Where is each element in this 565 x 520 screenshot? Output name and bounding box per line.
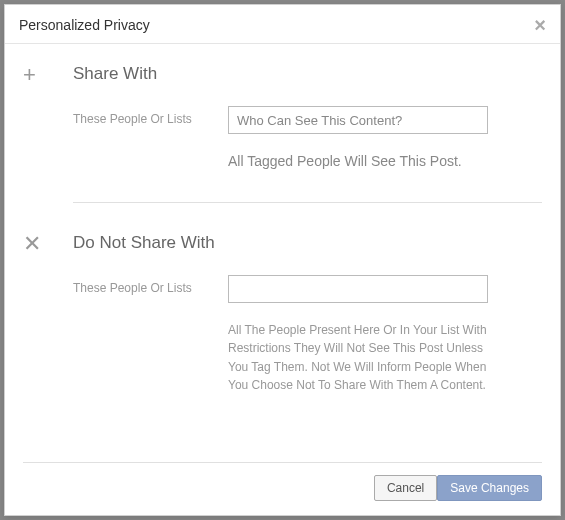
share-with-heading: Share With <box>73 64 542 84</box>
save-changes-button[interactable]: Save Changes <box>437 475 542 501</box>
exclude-row: These People Or Lists <box>73 275 542 303</box>
close-icon[interactable]: × <box>534 15 546 35</box>
share-with-field <box>228 106 542 134</box>
dialog-title: Personalized Privacy <box>19 17 150 33</box>
exclude-content: Do Not Share With These People Or Lists … <box>73 233 542 395</box>
exclude-section: ✕ Do Not Share With These People Or List… <box>23 233 542 395</box>
cancel-button[interactable]: Cancel <box>374 475 437 501</box>
plus-icon: + <box>23 64 55 86</box>
exclude-label: These People Or Lists <box>73 275 228 295</box>
share-with-label: These People Or Lists <box>73 106 228 126</box>
share-with-input[interactable] <box>228 106 488 134</box>
share-with-helper: All Tagged People Will See This Post. <box>228 152 498 172</box>
section-divider <box>73 202 542 203</box>
exclude-heading: Do Not Share With <box>73 233 542 253</box>
dialog-header: Personalized Privacy × <box>5 5 560 44</box>
share-with-row: These People Or Lists <box>73 106 542 134</box>
x-icon: ✕ <box>23 233 55 255</box>
exclude-helper: All The People Present Here Or In Your L… <box>228 321 488 395</box>
share-with-content: Share With These People Or Lists All Tag… <box>73 64 542 172</box>
exclude-field <box>228 275 542 303</box>
dialog-footer: Cancel Save Changes <box>5 463 560 515</box>
exclude-input[interactable] <box>228 275 488 303</box>
dialog-body: + Share With These People Or Lists All T… <box>5 44 560 462</box>
share-with-section: + Share With These People Or Lists All T… <box>23 64 542 172</box>
privacy-dialog: Personalized Privacy × + Share With Thes… <box>4 4 561 516</box>
